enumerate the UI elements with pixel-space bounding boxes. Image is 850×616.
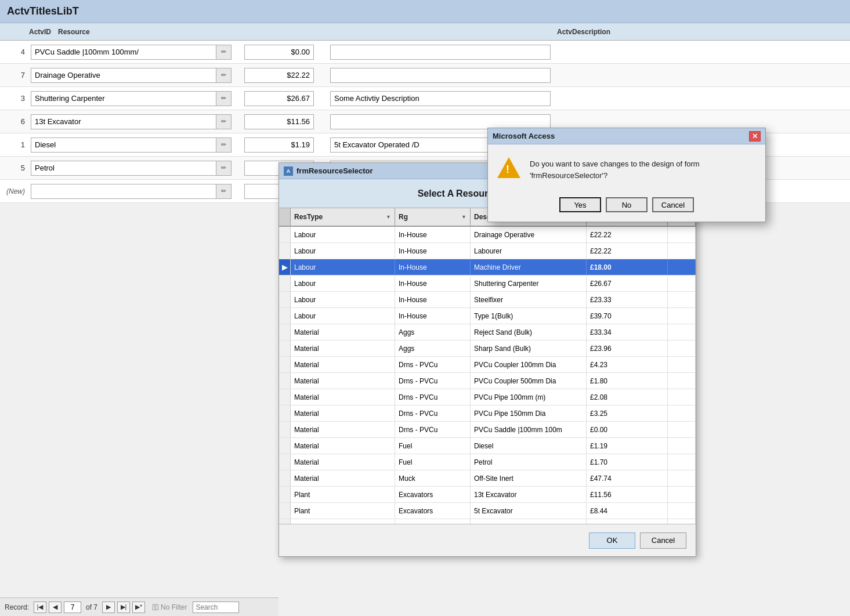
cell-rate: £33.34	[587, 324, 668, 340]
col-header-actv-id: ActvID	[29, 28, 58, 36]
cell-restype: Material	[291, 454, 395, 470]
edit-resource-button[interactable]: ✏	[216, 91, 232, 106]
cell-restype: Plant	[291, 487, 395, 502]
cancel-button[interactable]: Cancel	[640, 532, 686, 549]
nav-prev-button[interactable]: ◀	[49, 601, 62, 613]
row-id: 6	[5, 117, 31, 126]
cell-description: Labourer	[471, 243, 587, 259]
row-selector	[279, 340, 291, 356]
ok-button[interactable]: OK	[589, 532, 635, 549]
cell-description: 5t Excavator	[471, 503, 587, 519]
yes-button[interactable]: Yes	[559, 197, 601, 212]
cell-extra	[668, 438, 696, 454]
desc-input[interactable]	[330, 45, 551, 60]
amount-input[interactable]	[244, 114, 314, 129]
list-item[interactable]: PlantExcavators13t Excavator£11.56	[279, 487, 696, 503]
cell-rg: Aggs	[395, 340, 471, 356]
resource-cell: ✏	[31, 161, 234, 176]
cell-restype: Material	[291, 470, 395, 486]
desc-input[interactable]	[330, 114, 551, 129]
row-selector	[279, 405, 291, 421]
list-item[interactable]: MaterialDrns - PVCuPVCu Coupler 500mm Di…	[279, 373, 696, 389]
list-item[interactable]: MaterialAggsSharp Sand (Bulk)£23.96	[279, 340, 696, 357]
cell-restype: Material	[291, 373, 395, 389]
cell-rate: £8.44	[587, 503, 668, 519]
list-item[interactable]: MaterialDrns - PVCuPVCu Coupler 100mm Di…	[279, 357, 696, 373]
resource-input[interactable]	[31, 137, 216, 153]
table-row: 3 ✏	[0, 87, 850, 110]
desc-input[interactable]	[330, 68, 551, 83]
row-selector	[279, 438, 291, 454]
row-selector-new	[279, 519, 291, 524]
cell-restype: Labour	[291, 259, 395, 275]
cell-restype: Material	[291, 357, 395, 372]
edit-resource-button-new[interactable]: ✏	[216, 184, 232, 199]
col-header-actv-desc: ActvDescription	[557, 28, 789, 36]
search-input[interactable]	[193, 601, 239, 613]
cell-restype: Material	[291, 389, 395, 405]
ms-dialog-titlebar: Microsoft Access ✕	[488, 128, 765, 144]
list-item[interactable]: MaterialDrns - PVCuPVCu Saddle |100mm 10…	[279, 422, 696, 438]
cell-rate: £22.22	[587, 243, 668, 259]
nav-current-record[interactable]	[64, 601, 81, 613]
no-button[interactable]: No	[606, 197, 648, 212]
desc-input[interactable]	[330, 91, 551, 106]
edit-resource-button[interactable]: ✏	[216, 137, 232, 153]
row-id: 1	[5, 140, 31, 149]
cell-restype: Labour	[291, 227, 395, 242]
list-item[interactable]: MaterialFuelDiesel£1.19	[279, 438, 696, 454]
amount-input[interactable]	[244, 45, 314, 60]
cell-new	[668, 519, 696, 524]
list-item[interactable]: MaterialAggsReject Sand (Bulk)£33.34	[279, 324, 696, 340]
list-item[interactable]: LabourIn-HouseDrainage Operative£22.22	[279, 227, 696, 243]
edit-resource-button[interactable]: ✏	[216, 68, 232, 83]
cell-extra	[668, 373, 696, 389]
nav-first-button[interactable]: |◀	[34, 601, 46, 613]
nav-total: of 7	[86, 603, 97, 611]
amount-input[interactable]	[244, 68, 314, 83]
cell-rate: £3.25	[587, 405, 668, 421]
dialog-cancel-button[interactable]: Cancel	[652, 197, 694, 212]
resource-input[interactable]	[31, 68, 216, 83]
sort-icon-restype: ▼	[386, 214, 391, 220]
list-item[interactable]: LabourIn-HouseShuttering Carpenter£26.67	[279, 276, 696, 292]
nav-new-button[interactable]: ▶*	[132, 601, 145, 613]
resource-input[interactable]	[31, 114, 216, 129]
frm-col-header-rg[interactable]: Rg ▼	[395, 208, 471, 226]
table-row: 7 ✏	[0, 64, 850, 87]
nav-next-button[interactable]: ▶	[102, 601, 115, 613]
cell-restype: Material	[291, 340, 395, 356]
cell-rate: £1.19	[587, 438, 668, 454]
amount-input[interactable]	[244, 91, 314, 106]
ms-dialog-close-button[interactable]: ✕	[749, 131, 761, 142]
edit-resource-button[interactable]: ✏	[216, 161, 232, 176]
cell-new	[291, 519, 395, 524]
row-id: 7	[5, 71, 31, 79]
list-item[interactable]: LabourIn-HouseSteelfixer£23.33	[279, 292, 696, 308]
frm-col-header-restype[interactable]: ResType ▼	[291, 208, 395, 226]
resource-input[interactable]	[31, 45, 216, 60]
list-item[interactable]: MaterialDrns - PVCuPVCu Pipe 150mm Dia£3…	[279, 405, 696, 422]
nav-last-button[interactable]: ▶|	[117, 601, 130, 613]
list-item[interactable]: MaterialMuckOff-Site Inert£47.74	[279, 470, 696, 487]
list-item[interactable]: MaterialFuelPetrol£1.70	[279, 454, 696, 470]
list-item[interactable]: LabourIn-HouseType 1(Bulk)£39.70	[279, 308, 696, 324]
row-selector	[279, 487, 291, 502]
cell-rg: Excavators	[395, 503, 471, 519]
amount-input[interactable]	[244, 137, 314, 153]
cell-extra	[668, 259, 696, 275]
list-item[interactable]: PlantExcavators5t Excavator£8.44	[279, 503, 696, 519]
cell-rg: In-House	[395, 259, 471, 275]
edit-resource-button[interactable]: ✏	[216, 114, 232, 129]
list-item[interactable]: ▶LabourIn-HouseMachine Driver£18.00	[279, 259, 696, 276]
resource-input[interactable]	[31, 161, 216, 176]
resource-input-new[interactable]	[31, 184, 216, 199]
list-item[interactable]: MaterialDrns - PVCuPVCu Pipe 100mm (m)£2…	[279, 389, 696, 405]
cell-new	[587, 519, 668, 524]
resource-input[interactable]	[31, 91, 216, 106]
cell-rate: £18.00	[587, 259, 668, 275]
edit-resource-button[interactable]: ✏	[216, 45, 232, 60]
list-item[interactable]: LabourIn-HouseLabourer£22.22	[279, 243, 696, 259]
filter-status: ⚿ No Filter	[152, 603, 187, 611]
cell-description: Diesel	[471, 438, 587, 454]
